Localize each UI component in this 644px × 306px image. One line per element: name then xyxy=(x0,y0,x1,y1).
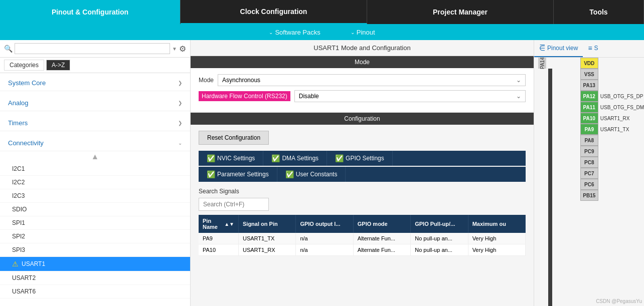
sidebar-search-bar: 🔍 ▼ ⚙ xyxy=(0,40,190,58)
pin-row-pb15: PB15 xyxy=(580,190,644,201)
mode-section: Mode Asynchronous ⌄ Hardware Flow Contro… xyxy=(191,68,534,113)
sidebar-item-connectivity[interactable]: Connectivity ⌄ xyxy=(0,135,190,151)
nav-pinout-label: Pinout & Configuration xyxy=(52,8,128,16)
pin-box-vss[interactable]: VSS xyxy=(580,69,598,80)
nav-tools[interactable]: Tools xyxy=(554,0,644,24)
sidebar-item-sdio[interactable]: SDIO xyxy=(0,203,190,216)
tab-gpio[interactable]: ✅ GPIO Settings xyxy=(327,151,393,166)
sidebar-tab-row: Categories A->Z xyxy=(0,58,190,73)
pin-box-pc9[interactable]: PC9 xyxy=(580,146,598,157)
tab-other-view[interactable]: ≡ S xyxy=(583,40,603,57)
flow-control-label: Hardware Flow Control (RS232) xyxy=(199,91,290,101)
sidebar-item-i2c2[interactable]: I2C2 xyxy=(0,176,190,189)
pin-box-pa9[interactable]: PA9 xyxy=(580,124,598,135)
reset-btn-label: Reset Configuration xyxy=(207,134,260,141)
pin-box-pc6[interactable]: PC6 xyxy=(580,179,598,190)
nav-project[interactable]: Project Manager xyxy=(367,0,554,24)
nav-software-packs[interactable]: ⌄ Software Packs xyxy=(269,29,320,36)
pin-box-pa10[interactable]: PA10 xyxy=(580,113,598,124)
col-signal-label: Signal on Pin xyxy=(243,221,278,227)
sidebar-item-timers[interactable]: Timers ❯ xyxy=(0,115,190,131)
sidebar-item-analog[interactable]: Analog ❯ xyxy=(0,95,190,111)
search-input[interactable] xyxy=(15,43,170,54)
nvic-label: NVIC Settings xyxy=(217,155,255,162)
cell-gpio-mode-pa10: Alternate Fun... xyxy=(354,244,411,255)
nav-project-label: Project Manager xyxy=(433,8,488,16)
chevron-down-icon: ⌄ xyxy=(516,77,521,84)
pin-area: PA14 VDD VSS PA13 PA12 xyxy=(534,58,644,306)
panel-title-text: USART1 Mode and Configuration xyxy=(313,44,410,52)
sidebar-item-i2c3[interactable]: I2C3 xyxy=(0,189,190,203)
flow-control-select[interactable]: Disable ⌄ xyxy=(294,90,526,102)
gear-icon[interactable]: ⚙ xyxy=(179,44,186,54)
tab-user-constants[interactable]: ✅ User Constants xyxy=(277,167,346,182)
col-max-output: Maximum ou xyxy=(468,215,526,233)
sidebar-item-system-core[interactable]: System Core ❯ xyxy=(0,75,190,91)
flow-control-row: Hardware Flow Control (RS232) Disable ⌄ xyxy=(199,90,526,102)
nav-tools-label: Tools xyxy=(589,8,607,16)
usart6-label: USART6 xyxy=(12,288,36,295)
pa12-signal: USB_OTG_FS_DP xyxy=(598,94,643,99)
mode-select[interactable]: Asynchronous ⌄ xyxy=(218,74,526,86)
nav-pinout[interactable]: Pinout & Configuration xyxy=(0,0,181,24)
usart1-label: USART1 xyxy=(22,260,45,267)
search-signals-label: Search Signals xyxy=(199,188,526,195)
search-signals-input[interactable] xyxy=(199,198,269,211)
nav-clock[interactable]: Clock Configuration xyxy=(181,0,367,24)
pin-box-vdd[interactable]: VDD xyxy=(580,58,598,69)
nav-pinout-sec[interactable]: ⌄ Pinout xyxy=(351,29,375,36)
sdio-label: SDIO xyxy=(12,206,27,213)
cell-pin-pa10: PA10 xyxy=(199,244,239,255)
tab-dma[interactable]: ✅ DMA Settings xyxy=(263,151,327,166)
main-layout: 🔍 ▼ ⚙ Categories A->Z System Core ❯ Anal… xyxy=(0,40,644,306)
col-gpio-pullup: GPIO Pull-up/... xyxy=(411,215,468,233)
pin-box-pa13[interactable]: PA13 xyxy=(580,80,598,91)
tab-param[interactable]: ✅ Parameter Settings xyxy=(199,167,277,182)
sidebar-item-usart6[interactable]: USART6 xyxy=(0,285,190,298)
reset-config-button[interactable]: Reset Configuration xyxy=(199,131,269,145)
flow-control-value: Disable xyxy=(299,93,319,100)
list-icon: ≡ xyxy=(588,44,592,52)
i2c2-label: I2C2 xyxy=(12,179,25,186)
pinout-view-label: Pinout view xyxy=(547,45,578,52)
pin-box-pa11[interactable]: PA11 xyxy=(580,102,598,113)
spi3-label: SPI3 xyxy=(12,246,25,253)
right-tab-row: ⋶ Pinout view ≡ S xyxy=(534,40,644,58)
mode-header: Mode xyxy=(191,56,534,68)
sidebar-item-i2c1[interactable]: I2C1 xyxy=(0,162,190,176)
tab-az[interactable]: A->Z xyxy=(46,60,70,71)
sidebar-item-spi3[interactable]: SPI3 xyxy=(0,243,190,257)
pin-row-pa8: PA8 xyxy=(580,135,644,146)
pin-box-pc8[interactable]: PC8 xyxy=(580,157,598,168)
tab-pinout-view[interactable]: ⋶ Pinout view xyxy=(534,40,583,57)
signals-table: Pin Name ▲▼ Signal on Pin GPIO output l.… xyxy=(199,215,526,256)
pin-row-vdd: VDD xyxy=(580,58,644,69)
sidebar-item-usart1[interactable]: ⚠ USART1 xyxy=(0,257,190,271)
timers-label: Timers xyxy=(8,119,28,127)
config-tab-row2: ✅ Parameter Settings ✅ User Constants xyxy=(199,167,526,182)
sidebar-item-spi2[interactable]: SPI2 xyxy=(0,230,190,243)
other-view-label: S xyxy=(594,45,598,52)
table-header: Pin Name ▲▼ Signal on Pin GPIO output l.… xyxy=(199,215,526,233)
tab-categories[interactable]: Categories xyxy=(4,60,44,71)
cell-signal-pa9: USART1_TX xyxy=(239,233,296,244)
pin-row-pc9: PC9 xyxy=(580,146,644,157)
grid-icon: ⋶ xyxy=(539,44,545,52)
tab-nvic[interactable]: ✅ NVIC Settings xyxy=(199,151,263,166)
chevron-right-icon: ❯ xyxy=(178,120,182,126)
pin-box-pc7[interactable]: PC7 xyxy=(580,168,598,179)
check-icon: ✅ xyxy=(335,154,344,162)
pin-box-pa8[interactable]: PA8 xyxy=(580,135,598,146)
sort-icon[interactable]: ▲▼ xyxy=(224,221,234,227)
col-gpio-pullup-label: GPIO Pull-up/... xyxy=(415,221,455,227)
i2c3-label: I2C3 xyxy=(12,192,25,199)
cell-signal-pa10: USART1_RX xyxy=(239,244,296,255)
sidebar-item-usart2[interactable]: USART2 xyxy=(0,271,190,285)
pin-box-pa12[interactable]: PA12 xyxy=(580,91,598,102)
drag-handle[interactable]: ▲ xyxy=(0,151,190,162)
pin-row-pc8: PC8 xyxy=(580,157,644,168)
pin-box-pb15[interactable]: PB15 xyxy=(580,190,598,201)
tab-categories-label: Categories xyxy=(10,62,39,69)
center-panel: USART1 Mode and Configuration Mode Mode … xyxy=(191,40,534,306)
sidebar-item-spi1[interactable]: SPI1 xyxy=(0,216,190,230)
